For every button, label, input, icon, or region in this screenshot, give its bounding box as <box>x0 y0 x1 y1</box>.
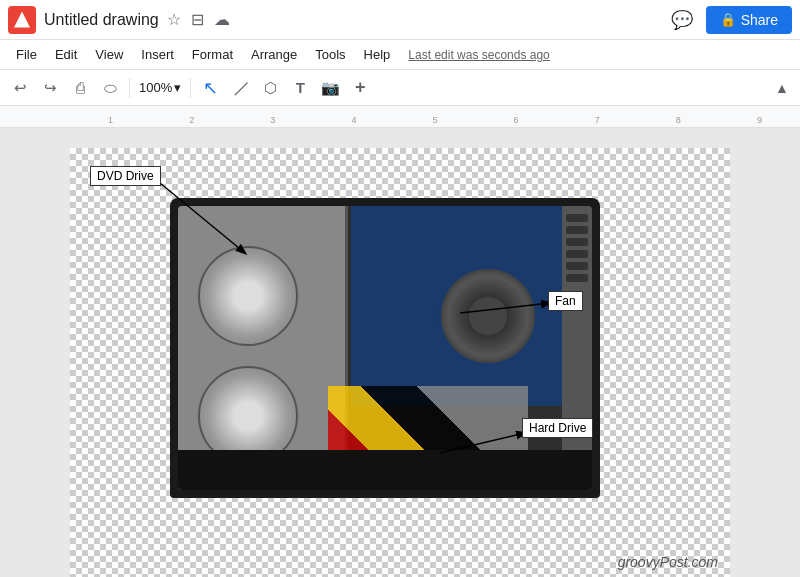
fan-label: Fan <box>548 291 583 311</box>
shape-tool-button[interactable]: ⬡ <box>256 74 284 102</box>
fan-element <box>438 266 538 366</box>
case-outer <box>170 198 600 498</box>
case-inner <box>178 206 592 490</box>
undo-button[interactable]: ↩ <box>6 74 34 102</box>
fan-label-text: Fan <box>555 294 576 308</box>
right-panel-ports <box>562 206 592 490</box>
port-slot-5 <box>566 262 588 270</box>
document-title[interactable]: Untitled drawing <box>44 11 159 29</box>
top-right-actions: 💬 🔒 Share <box>666 4 792 36</box>
fan-circle <box>438 266 538 366</box>
zoom-value: 100% <box>139 80 172 95</box>
toolbar: ↩ ↪ ⎙ ⬭ 100% ▾ ↖ — ⬡ T 📷 + ▲ <box>0 70 800 106</box>
canvas-area[interactable]: DVD Drive Fan Hard Drive groovyPost.com <box>0 128 800 577</box>
menu-file[interactable]: File <box>8 43 45 66</box>
menu-help[interactable]: Help <box>356 43 399 66</box>
star-icon[interactable]: ☆ <box>167 10 181 29</box>
watermark: groovyPost.com <box>618 554 718 570</box>
drive-icon[interactable]: ⊟ <box>191 10 204 29</box>
dvd-circles <box>198 246 298 466</box>
menu-view[interactable]: View <box>87 43 131 66</box>
menu-format[interactable]: Format <box>184 43 241 66</box>
case-bottom-bar <box>178 450 592 490</box>
port-slot-2 <box>566 226 588 234</box>
computer-image <box>170 198 600 498</box>
text-tool-button[interactable]: T <box>286 74 314 102</box>
share-label: Share <box>741 12 778 28</box>
zoom-dropdown[interactable]: 100% ▾ <box>135 78 185 97</box>
ruler-tick-1: 1 <box>70 115 151 125</box>
menu-insert[interactable]: Insert <box>133 43 182 66</box>
menu-edit[interactable]: Edit <box>47 43 85 66</box>
dvd-drive-label-text: DVD Drive <box>97 169 154 183</box>
more-tools-button[interactable]: + <box>346 74 374 102</box>
dvd-circle-1 <box>198 246 298 346</box>
ruler-tick-4: 4 <box>313 115 394 125</box>
ruler-tick-2: 2 <box>151 115 232 125</box>
port-slot-6 <box>566 274 588 282</box>
menu-tools[interactable]: Tools <box>307 43 353 66</box>
comment-button[interactable]: 💬 <box>666 4 698 36</box>
image-tool-button[interactable]: 📷 <box>316 74 344 102</box>
fan-blade <box>469 297 507 335</box>
menu-bar: File Edit View Insert Format Arrange Too… <box>0 40 800 70</box>
ruler: 1 2 3 4 5 6 7 8 9 <box>0 106 800 128</box>
port-slot-1 <box>566 214 588 222</box>
top-bar: Untitled drawing ☆ ⊟ ☁ 💬 🔒 Share <box>0 0 800 40</box>
hard-drive-label-text: Hard Drive <box>529 421 586 435</box>
ruler-tick-7: 7 <box>557 115 638 125</box>
menu-arrange[interactable]: Arrange <box>243 43 305 66</box>
ruler-tick-3: 3 <box>232 115 313 125</box>
print-button[interactable]: ⎙ <box>66 74 94 102</box>
zoom-chevron-icon: ▾ <box>174 80 181 95</box>
ruler-tick-8: 8 <box>638 115 719 125</box>
app-logo-shape <box>14 12 30 28</box>
port-slot-4 <box>566 250 588 258</box>
ruler-tick-5: 5 <box>394 115 475 125</box>
ruler-tick-6: 6 <box>476 115 557 125</box>
hard-drive-label: Hard Drive <box>522 418 593 438</box>
share-button[interactable]: 🔒 Share <box>706 6 792 34</box>
last-edit-status: Last edit was seconds ago <box>408 48 549 62</box>
line-tool-button[interactable]: — <box>220 68 260 108</box>
paint-button[interactable]: ⬭ <box>96 74 124 102</box>
separator-1 <box>129 78 130 98</box>
cloud-icon[interactable]: ☁ <box>214 10 230 29</box>
drawing-canvas[interactable]: DVD Drive Fan Hard Drive groovyPost.com <box>70 148 730 577</box>
app-logo <box>8 6 36 34</box>
ruler-tick-9: 9 <box>719 115 800 125</box>
separator-2 <box>190 78 191 98</box>
port-slot-3 <box>566 238 588 246</box>
redo-button[interactable]: ↪ <box>36 74 64 102</box>
dvd-drive-label: DVD Drive <box>90 166 161 186</box>
collapse-toolbar-button[interactable]: ▲ <box>770 76 794 100</box>
dvd-drive-area <box>178 206 348 490</box>
lock-icon: 🔒 <box>720 12 736 27</box>
